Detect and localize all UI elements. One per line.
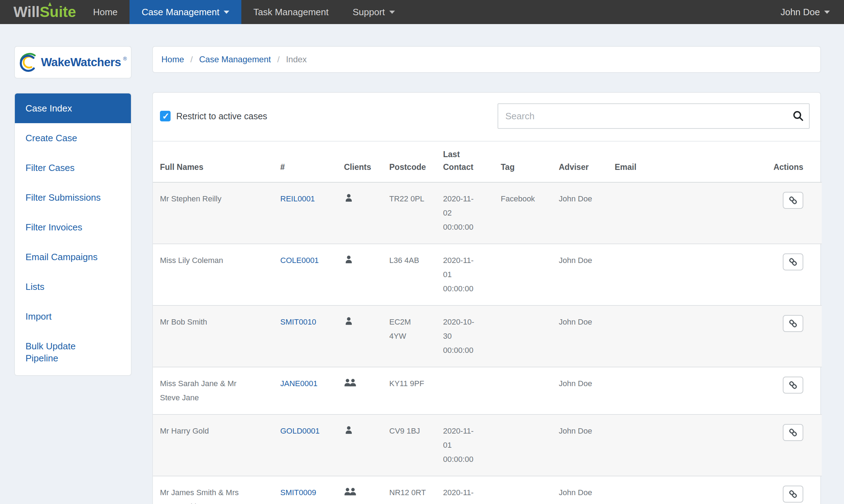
breadcrumb-case-management[interactable]: Case Management [199, 55, 271, 64]
link-action-button[interactable] [783, 192, 803, 209]
chevron-down-icon [224, 11, 229, 14]
active-cases-checkbox[interactable] [160, 111, 171, 121]
col-header-last-contact: Last Contact [443, 141, 501, 182]
search-button[interactable] [792, 110, 804, 123]
cell-postcode: EC2M 4YW [389, 305, 443, 367]
active-cases-label: Restrict to active cases [176, 111, 267, 121]
cell-adviser: John Doe [559, 244, 615, 305]
wakewatchers-logo: WakeWatchers ® [14, 46, 132, 79]
brand-suite-text: Suite [40, 4, 76, 21]
cell-clients [344, 367, 389, 414]
two-clients-icon [344, 378, 359, 392]
cell-adviser: John Doe [559, 476, 615, 504]
link-action-button[interactable] [783, 486, 803, 503]
cell-adviser: John Doe [559, 367, 615, 414]
nav-item-task-management[interactable]: Task Management [241, 0, 340, 24]
cell-tag: Facebook [501, 182, 559, 244]
search-box [498, 103, 810, 129]
cell-full-names: Mr Stephen Reilly [153, 182, 280, 244]
cell-clients [344, 414, 389, 476]
col-header-adviser: Adviser [559, 141, 615, 182]
cell-ref: SMIT0009 [280, 476, 344, 504]
cell-full-names: Mr Bob Smith [153, 305, 280, 367]
col-header-tag: Tag [501, 141, 559, 182]
cell-postcode: NR12 0RT [389, 476, 443, 504]
sidebar-item-filter-submissions[interactable]: Filter Submissions [15, 183, 131, 212]
user-menu[interactable]: John Doe [767, 0, 844, 24]
link-icon [788, 257, 798, 267]
col-header-email: Email [615, 141, 754, 182]
willsuite-logo[interactable]: WillSuite [0, 0, 81, 24]
sidebar-item-filter-invoices[interactable]: Filter Invoices [15, 212, 131, 242]
cases-table: Full Names # Clients Postcode Last Conta… [153, 141, 822, 504]
chevron-down-icon [389, 11, 395, 14]
sidebar-item-bulk-update-pipeline[interactable]: Bulk Update Pipeline [15, 331, 94, 373]
col-header-ref: # [280, 141, 344, 182]
cell-adviser: John Doe [559, 305, 615, 367]
cell-last-contact: 2020-11-01 00:00:00 [443, 244, 501, 305]
case-index-card: Restrict to active cases [152, 92, 821, 504]
nav-item-case-management[interactable]: Case Management [130, 0, 241, 24]
sidebar-item-filter-cases[interactable]: Filter Cases [15, 153, 131, 183]
main-content: Home/Case Management/Index Restrict to a… [152, 46, 821, 504]
cell-email [615, 182, 754, 244]
table-row: Mr James Smith & Mrs Jane Smith SMIT0009 [153, 476, 822, 504]
link-icon [788, 195, 798, 205]
cell-clients [344, 244, 389, 305]
top-navbar: WillSuite Home Case Management Task Mana… [0, 0, 844, 24]
brand-will-text: Will [13, 4, 40, 21]
cell-clients [344, 305, 389, 367]
single-client-icon [344, 316, 354, 331]
cell-ref: REIL0001 [280, 182, 344, 244]
cell-full-names: Miss Sarah Jane & Mr Steve Jane [153, 367, 280, 414]
link-icon [788, 489, 798, 499]
link-action-button[interactable] [783, 315, 803, 332]
cell-last-contact: 2020-10-30 00:00:00 [443, 305, 501, 367]
sidebar-item-import[interactable]: Import [15, 302, 131, 331]
cell-postcode: CV9 1BJ [389, 414, 443, 476]
cell-tag [501, 476, 559, 504]
breadcrumb-separator: / [277, 55, 280, 64]
cell-email [615, 367, 754, 414]
case-ref-link[interactable]: REIL0001 [280, 194, 315, 203]
cell-last-contact [443, 367, 501, 414]
link-icon [788, 319, 798, 328]
search-input[interactable] [498, 103, 810, 129]
cell-actions [754, 367, 822, 414]
filter-row: Restrict to active cases [153, 93, 820, 141]
sidebar-item-email-campaigns[interactable]: Email Campaigns [15, 242, 131, 272]
sidebar-menu: Case Index Create Case Filter Cases Filt… [14, 93, 132, 376]
case-ref-link[interactable]: SMIT0010 [280, 317, 316, 326]
link-action-button[interactable] [783, 377, 803, 394]
single-client-icon [344, 255, 354, 269]
cell-ref: SMIT0010 [280, 305, 344, 367]
nav-item-support[interactable]: Support [340, 0, 407, 24]
cell-clients [344, 182, 389, 244]
nav-item-home[interactable]: Home [81, 0, 130, 24]
cell-tag [501, 305, 559, 367]
sidebar-item-case-index[interactable]: Case Index [15, 93, 131, 123]
single-client-icon [344, 193, 354, 207]
link-action-button[interactable] [783, 424, 803, 441]
cell-full-names: Mr Harry Gold [153, 414, 280, 476]
case-ref-link[interactable]: COLE0001 [280, 256, 319, 265]
case-ref-link[interactable]: JANE0001 [280, 379, 317, 388]
breadcrumb-home[interactable]: Home [161, 55, 184, 64]
cell-full-names: Miss Lily Coleman [153, 244, 280, 305]
cell-email [615, 414, 754, 476]
sidebar-item-lists[interactable]: Lists [15, 272, 131, 302]
cell-full-names: Mr James Smith & Mrs Jane Smith [153, 476, 280, 504]
link-action-button[interactable] [783, 253, 803, 270]
col-header-clients: Clients [344, 141, 389, 182]
case-ref-link[interactable]: GOLD0001 [280, 426, 320, 435]
cell-tag [501, 244, 559, 305]
restrict-active-group: Restrict to active cases [160, 111, 267, 121]
sidebar-item-create-case[interactable]: Create Case [15, 123, 131, 153]
case-ref-link[interactable]: SMIT0009 [280, 488, 316, 497]
col-header-actions: Actions [754, 141, 822, 182]
col-header-full-names: Full Names [153, 141, 280, 182]
cell-clients [344, 476, 389, 504]
cell-postcode: TR22 0PL [389, 182, 443, 244]
link-icon [788, 428, 798, 437]
table-row: Mr Bob Smith SMIT0010 EC2M 4YW 2020- [153, 305, 822, 367]
